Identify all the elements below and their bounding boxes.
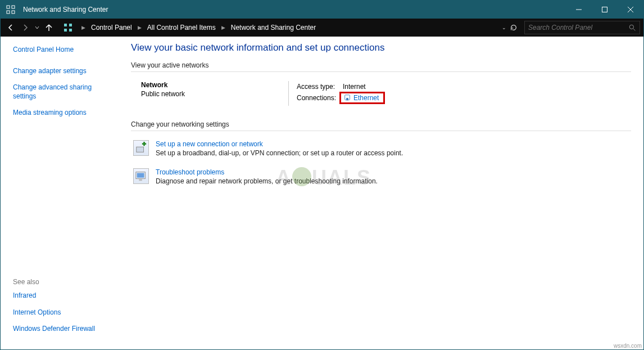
up-button[interactable] <box>42 21 56 34</box>
app-icon <box>1 5 21 14</box>
forward-button[interactable] <box>19 21 32 34</box>
divider <box>131 131 631 131</box>
svg-line-13 <box>633 29 635 30</box>
search-box[interactable] <box>524 21 640 34</box>
setup-connection-link[interactable]: Set up a new connection or network <box>156 140 263 148</box>
svg-rect-15 <box>346 98 348 100</box>
maximize-button[interactable] <box>592 1 618 19</box>
titlebar: Network and Sharing Center <box>1 1 643 19</box>
change-settings-header: Change your networking settings <box>131 120 631 128</box>
svg-rect-5 <box>602 7 607 12</box>
divider <box>131 71 631 72</box>
source-tag: wsxdn.com <box>614 343 642 349</box>
sidebar-link-internet-options[interactable]: Internet Options <box>13 308 111 317</box>
close-button[interactable] <box>618 1 643 19</box>
content-area: Control Panel Home Change adapter settin… <box>1 37 643 349</box>
setting-item-troubleshoot: Troubleshoot problems Diagnose and repai… <box>131 168 631 185</box>
troubleshoot-link[interactable]: Troubleshoot problems <box>156 168 224 176</box>
refresh-button[interactable] <box>510 24 518 32</box>
svg-rect-8 <box>64 24 67 26</box>
chevron-right-icon[interactable]: ▶ <box>79 25 88 30</box>
back-button[interactable] <box>4 21 17 34</box>
breadcrumb-item[interactable]: All Control Panel Items <box>146 24 217 32</box>
svg-rect-2 <box>7 11 10 14</box>
sidebar-link-advanced[interactable]: Change advanced sharing settings <box>13 83 111 101</box>
sidebar-link-home[interactable]: Control Panel Home <box>13 46 111 55</box>
main-panel: View your basic network information and … <box>119 37 643 349</box>
connection-highlight: Ethernet <box>339 92 385 104</box>
control-panel-icon[interactable] <box>61 21 75 34</box>
breadcrumb-item[interactable]: Network and Sharing Center <box>230 24 317 32</box>
ethernet-icon <box>343 94 351 102</box>
svg-rect-1 <box>12 6 15 8</box>
connections-label: Connections: <box>297 94 343 102</box>
search-input[interactable] <box>528 24 629 32</box>
access-type-value: Internet <box>343 83 366 91</box>
setting-item-setup: Set up a new connection or network Set u… <box>131 140 631 157</box>
page-title: View your basic network information and … <box>131 42 631 53</box>
window-root: Network and Sharing Center ▶ Control Pan… <box>0 0 644 350</box>
connection-link-ethernet[interactable]: Ethernet <box>353 94 379 102</box>
new-connection-icon <box>133 140 149 156</box>
search-icon[interactable] <box>629 24 636 32</box>
window-title: Network and Sharing Center <box>21 6 566 14</box>
network-name: Network <box>141 81 288 89</box>
svg-rect-0 <box>7 6 10 8</box>
active-networks-header: View your active networks <box>131 61 631 69</box>
svg-rect-9 <box>69 24 72 26</box>
troubleshoot-desc: Diagnose and repair network problems, or… <box>156 177 378 185</box>
troubleshoot-icon <box>133 168 149 184</box>
sidebar-link-firewall[interactable]: Windows Defender Firewall <box>13 325 111 334</box>
svg-rect-19 <box>139 180 142 181</box>
svg-rect-16 <box>137 147 144 152</box>
svg-rect-10 <box>64 29 67 32</box>
sidebar-link-media[interactable]: Media streaming options <box>13 109 111 118</box>
svg-rect-18 <box>137 173 144 178</box>
dropdown-chevron-icon[interactable]: ⌄ <box>502 25 506 30</box>
minimize-button[interactable] <box>566 1 592 19</box>
svg-point-12 <box>629 25 633 29</box>
breadcrumb-item[interactable]: Control Panel <box>90 24 133 32</box>
sidebar-link-infrared[interactable]: Infrared <box>13 291 111 300</box>
see-also-header: See also <box>13 278 111 286</box>
network-type: Public network <box>141 90 288 98</box>
navbar: ▶ Control Panel ▶ All Control Panel Item… <box>1 19 643 37</box>
history-dropdown-icon[interactable] <box>33 21 41 34</box>
sidebar: Control Panel Home Change adapter settin… <box>1 37 119 349</box>
sidebar-link-adapter[interactable]: Change adapter settings <box>13 67 111 76</box>
access-type-label: Access type: <box>297 83 343 91</box>
svg-rect-3 <box>12 11 15 14</box>
svg-rect-11 <box>69 29 72 32</box>
setup-connection-desc: Set up a broadband, dial-up, or VPN conn… <box>156 149 403 157</box>
active-network-row: Network Public network Access type: Inte… <box>131 81 631 106</box>
chevron-right-icon[interactable]: ▶ <box>135 25 144 30</box>
chevron-right-icon[interactable]: ▶ <box>219 25 228 30</box>
breadcrumb: ▶ Control Panel ▶ All Control Panel Item… <box>79 24 501 32</box>
